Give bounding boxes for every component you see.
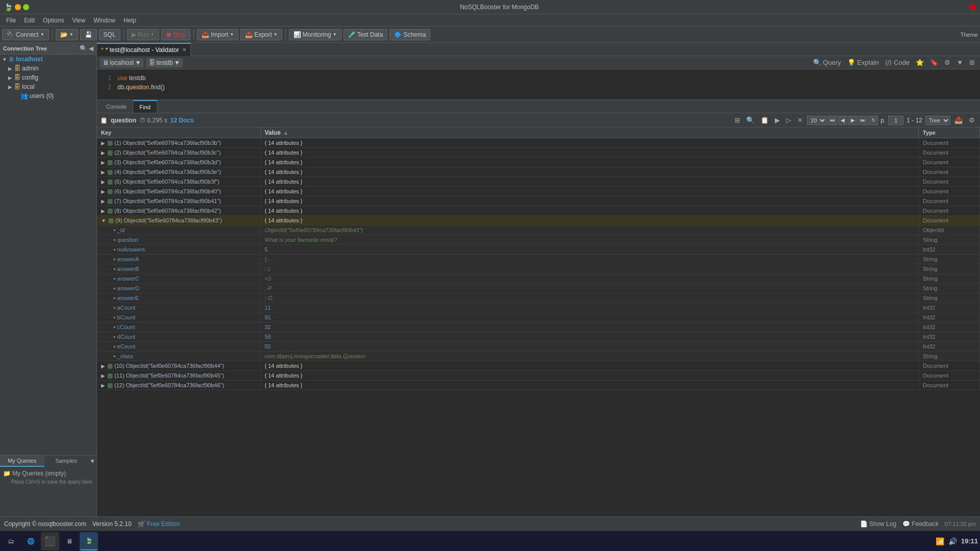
result-icon-5[interactable]: ▷ bbox=[784, 115, 793, 125]
row-expand-icon[interactable]: ▶ bbox=[101, 160, 105, 165]
result-icon-4[interactable]: ▶ bbox=[773, 115, 782, 125]
menu-view[interactable]: View bbox=[68, 16, 89, 25]
value-sort-icon[interactable]: ▲ bbox=[283, 130, 288, 136]
main-tab-validator[interactable]: * * test@localhost - Validator ✕ bbox=[97, 43, 191, 56]
menu-edit[interactable]: Edit bbox=[20, 16, 39, 25]
expand-icon[interactable]: ⊞ bbox=[967, 58, 977, 67]
feedback-button[interactable]: 💬 Feedback bbox=[902, 520, 939, 528]
test-data-button[interactable]: 🧪 Test Data bbox=[344, 29, 388, 40]
result-icon-extra2[interactable]: ⚙ bbox=[967, 115, 977, 125]
table-row[interactable]: ▶▦(1) ObjectId("5ef0e60784ca736facf90b3b… bbox=[97, 138, 980, 148]
row-expand-icon[interactable]: ▶ bbox=[101, 198, 105, 204]
more-icon[interactable]: ▼ bbox=[954, 58, 965, 67]
code-editor[interactable]: 1 2 use testdb db.question.find() bbox=[97, 69, 980, 100]
row-expand-icon[interactable]: ▶ bbox=[101, 189, 105, 194]
table-row[interactable]: ▶▦(2) ObjectId("5ef0e60784ca736facf90b3c… bbox=[97, 148, 980, 158]
run-button[interactable]: ▶ Run ▼ bbox=[127, 29, 159, 40]
menu-window[interactable]: Window bbox=[89, 16, 119, 25]
show-log-button[interactable]: 📄 Show Log bbox=[860, 520, 896, 528]
row-expand-icon[interactable]: ▶ bbox=[101, 208, 105, 214]
sidebar-search-icon[interactable]: 🔍 bbox=[80, 45, 87, 52]
table-row[interactable]: ▶▦(7) ObjectId("5ef0e60784ca736facf90b41… bbox=[97, 196, 980, 206]
tab-samples[interactable]: Samples bbox=[44, 456, 89, 467]
tree-item-localhost[interactable]: ▼ 🖥 localhost bbox=[0, 55, 96, 64]
table-row[interactable]: ▶▦(11) ObjectId("5ef0e60784ca736facf90b4… bbox=[97, 371, 980, 381]
free-edition-badge: 🛒 Free Edition bbox=[138, 520, 180, 528]
table-row[interactable]: ▶▦(6) ObjectId("5ef0e60784ca736facf90b40… bbox=[97, 187, 980, 196]
page-size-select[interactable]: 20 bbox=[807, 116, 827, 125]
page-input[interactable] bbox=[888, 116, 903, 125]
result-icon-extra1[interactable]: 📥 bbox=[952, 115, 965, 125]
open-button[interactable]: 📂 ▼ bbox=[56, 29, 78, 40]
sidebar-tab-arrow[interactable]: ▼ bbox=[88, 456, 96, 467]
taskbar-app-files[interactable]: 🗂 bbox=[2, 532, 20, 550]
row-expand-icon[interactable]: ▶ bbox=[101, 179, 105, 185]
taskbar-app-cmd[interactable]: 🖥 bbox=[60, 532, 79, 550]
maximize-icon[interactable] bbox=[23, 4, 29, 10]
row-expand-icon[interactable]: ▶ bbox=[101, 383, 105, 388]
my-queries-tree-item[interactable]: 📁 My Queries (empty) bbox=[3, 469, 93, 478]
titlebar-controls[interactable] bbox=[15, 4, 29, 10]
explain-button[interactable]: 💡 Explain bbox=[845, 58, 881, 67]
connection-selector[interactable]: 🖥 localhost ▼ bbox=[100, 58, 143, 67]
next-page-button[interactable]: ▶ bbox=[848, 116, 857, 125]
menu-help[interactable]: Help bbox=[119, 16, 140, 25]
row-expand-icon[interactable]: ▶ bbox=[101, 169, 105, 175]
table-row[interactable]: ▶▦(10) ObjectId("5ef0e60784ca736facf90b4… bbox=[97, 361, 980, 371]
open-icon: 📂 bbox=[60, 31, 68, 38]
export-button[interactable]: 📤 Export ▼ bbox=[240, 29, 282, 40]
database-selector[interactable]: 🗄 testdb ▼ bbox=[146, 58, 183, 67]
tab-close-button[interactable]: ✕ bbox=[182, 47, 186, 53]
row-expand-icon[interactable]: ▶ bbox=[101, 150, 105, 156]
console-tab[interactable]: Console bbox=[100, 100, 133, 113]
save-button[interactable]: 💾 bbox=[80, 29, 97, 40]
code-button[interactable]: ⟨/⟩ Code bbox=[883, 58, 912, 67]
taskbar-app-terminal[interactable]: ⬛ bbox=[41, 532, 59, 550]
schema-button[interactable]: 🔷 Schema bbox=[389, 29, 430, 40]
find-tab[interactable]: Find bbox=[133, 100, 157, 113]
tree-item-config[interactable]: ▶ 🗄 config bbox=[0, 73, 96, 82]
last-page-button[interactable]: ⏭ bbox=[859, 116, 868, 125]
star-icon[interactable]: ⭐ bbox=[914, 58, 926, 67]
table-row[interactable]: ▶▦(4) ObjectId("5ef0e60784ca736facf90b3e… bbox=[97, 167, 980, 177]
view-select[interactable]: Tree bbox=[925, 116, 950, 125]
taskbar-app-nosqlbooster[interactable]: 🍃 bbox=[80, 532, 98, 550]
row-expand-icon[interactable]: ▶ bbox=[101, 363, 105, 369]
refresh-button[interactable]: ↻ bbox=[869, 116, 878, 125]
table-row[interactable]: ▶▦(12) ObjectId("5ef0e60784ca736facf90b4… bbox=[97, 381, 980, 390]
table-row[interactable]: ▶▦(5) ObjectId("5ef0e60784ca736facf90b3f… bbox=[97, 177, 980, 187]
menu-file[interactable]: File bbox=[2, 16, 20, 25]
result-icon-2[interactable]: 🔍 bbox=[744, 115, 756, 125]
tree-item-users[interactable]: 👥 users (0) bbox=[0, 91, 96, 101]
close-icon[interactable] bbox=[970, 4, 976, 10]
query-button[interactable]: 🔍 Query bbox=[811, 58, 843, 67]
result-icon-3[interactable]: 📋 bbox=[758, 115, 771, 125]
taskbar-app-browser[interactable]: 🌐 bbox=[21, 532, 40, 550]
table-row[interactable]: ▼▦(9) ObjectId("5ef0e60784ca736facf90b43… bbox=[97, 216, 980, 226]
row-expand-icon[interactable]: ▶ bbox=[101, 373, 105, 379]
minimize-icon[interactable] bbox=[15, 4, 21, 10]
tree-item-admin[interactable]: ▶ 🗄 admin bbox=[0, 64, 96, 73]
monitoring-button[interactable]: 📊 Monitoring ▼ bbox=[289, 29, 341, 40]
prev-page-button[interactable]: ◀ bbox=[838, 116, 847, 125]
editor-content[interactable]: use testdb db.question.find() bbox=[117, 73, 976, 95]
table-row[interactable]: ▶▦(8) ObjectId("5ef0e60784ca736facf90b42… bbox=[97, 206, 980, 216]
stop-button[interactable]: ⏹ Stop bbox=[161, 29, 191, 40]
bookmark-icon[interactable]: 🔖 bbox=[928, 58, 940, 67]
row-expand-icon[interactable]: ▶ bbox=[101, 140, 105, 146]
statusbar-time: 07:11:32 pm bbox=[945, 521, 976, 527]
connect-button[interactable]: 🔌 Connect ▼ bbox=[2, 29, 49, 40]
tree-item-local[interactable]: ▶ 🗄 local bbox=[0, 82, 96, 91]
menu-options[interactable]: Options bbox=[39, 16, 68, 25]
result-icon-x[interactable]: ✕ bbox=[795, 115, 805, 125]
settings-icon[interactable]: ⚙ bbox=[942, 58, 952, 67]
import-button[interactable]: 📥 Import ▼ bbox=[197, 29, 238, 40]
row-table-icon: ▦ bbox=[107, 362, 113, 369]
sql-button[interactable]: SQL bbox=[99, 29, 120, 40]
table-row[interactable]: ▶▦(3) ObjectId("5ef0e60784ca736facf90b3d… bbox=[97, 158, 980, 167]
row-expand-icon[interactable]: ▼ bbox=[101, 218, 106, 223]
tab-my-queries[interactable]: My Queries bbox=[0, 456, 44, 467]
result-icon-1[interactable]: ⊞ bbox=[732, 115, 742, 125]
sidebar-collapse-icon[interactable]: ◀ bbox=[89, 45, 93, 52]
first-page-button[interactable]: ⏮ bbox=[828, 116, 837, 125]
